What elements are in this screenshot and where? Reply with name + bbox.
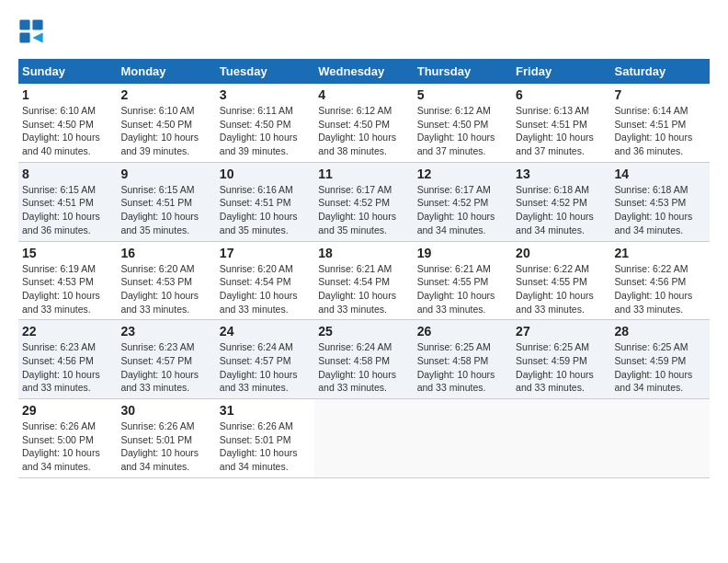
day-number: 13 xyxy=(516,167,607,181)
calendar-cell: 7Sunrise: 6:14 AMSunset: 4:51 PMDaylight… xyxy=(611,84,710,162)
calendar-cell: 31Sunrise: 6:26 AMSunset: 5:01 PMDayligh… xyxy=(216,399,314,478)
day-info: Sunrise: 6:26 AMSunset: 5:01 PMDaylight:… xyxy=(220,419,311,474)
calendar-cell: 10Sunrise: 6:16 AMSunset: 4:51 PMDayligh… xyxy=(216,162,314,241)
day-info: Sunrise: 6:24 AMSunset: 4:58 PMDaylight:… xyxy=(318,340,409,395)
calendar-cell: 11Sunrise: 6:17 AMSunset: 4:52 PMDayligh… xyxy=(314,162,413,241)
day-info: Sunrise: 6:21 AMSunset: 4:55 PMDaylight:… xyxy=(417,262,508,316)
calendar-cell: 26Sunrise: 6:25 AMSunset: 4:58 PMDayligh… xyxy=(414,320,512,399)
calendar-cell: 8Sunrise: 6:15 AMSunset: 4:51 PMDaylight… xyxy=(18,162,117,241)
day-number: 6 xyxy=(516,87,607,102)
day-info: Sunrise: 6:25 AMSunset: 4:59 PMDaylight:… xyxy=(615,340,706,395)
day-number: 24 xyxy=(220,324,311,339)
calendar-cell: 22Sunrise: 6:23 AMSunset: 4:56 PMDayligh… xyxy=(18,320,117,399)
day-info: Sunrise: 6:18 AMSunset: 4:53 PMDaylight:… xyxy=(615,183,706,237)
logo xyxy=(18,18,48,44)
calendar-cell: 21Sunrise: 6:22 AMSunset: 4:56 PMDayligh… xyxy=(611,241,710,320)
day-number: 20 xyxy=(516,246,607,260)
weekday-header-saturday: Saturday xyxy=(611,59,710,84)
day-number: 26 xyxy=(417,324,508,339)
day-info: Sunrise: 6:20 AMSunset: 4:53 PMDaylight:… xyxy=(120,262,211,316)
day-info: Sunrise: 6:25 AMSunset: 4:58 PMDaylight:… xyxy=(417,340,508,395)
day-number: 27 xyxy=(516,324,607,339)
day-number: 3 xyxy=(220,87,311,102)
calendar-cell: 29Sunrise: 6:26 AMSunset: 5:00 PMDayligh… xyxy=(18,399,117,478)
day-info: Sunrise: 6:13 AMSunset: 4:51 PMDaylight:… xyxy=(516,104,607,158)
day-number: 19 xyxy=(417,246,508,260)
day-number: 11 xyxy=(318,167,409,181)
week-row-2: 8Sunrise: 6:15 AMSunset: 4:51 PMDaylight… xyxy=(18,162,710,241)
calendar-cell: 13Sunrise: 6:18 AMSunset: 4:52 PMDayligh… xyxy=(512,162,610,241)
calendar-cell xyxy=(611,399,710,478)
svg-marker-3 xyxy=(32,32,42,42)
calendar-cell: 19Sunrise: 6:21 AMSunset: 4:55 PMDayligh… xyxy=(414,241,512,320)
day-info: Sunrise: 6:20 AMSunset: 4:54 PMDaylight:… xyxy=(220,262,311,316)
day-number: 10 xyxy=(220,167,311,181)
calendar-cell: 1Sunrise: 6:10 AMSunset: 4:50 PMDaylight… xyxy=(18,84,117,162)
day-info: Sunrise: 6:17 AMSunset: 4:52 PMDaylight:… xyxy=(318,183,409,237)
calendar-cell: 23Sunrise: 6:23 AMSunset: 4:57 PMDayligh… xyxy=(117,320,215,399)
calendar-cell xyxy=(314,399,413,478)
weekday-header-friday: Friday xyxy=(512,59,610,84)
day-number: 15 xyxy=(22,246,113,260)
day-info: Sunrise: 6:23 AMSunset: 4:57 PMDaylight:… xyxy=(120,340,211,395)
day-number: 14 xyxy=(615,167,706,181)
day-info: Sunrise: 6:21 AMSunset: 4:54 PMDaylight:… xyxy=(318,262,409,316)
day-info: Sunrise: 6:24 AMSunset: 4:57 PMDaylight:… xyxy=(220,340,311,395)
logo-icon xyxy=(18,18,44,44)
calendar-cell: 28Sunrise: 6:25 AMSunset: 4:59 PMDayligh… xyxy=(611,320,710,399)
day-number: 29 xyxy=(22,403,113,418)
day-number: 31 xyxy=(220,403,311,418)
day-number: 25 xyxy=(318,324,409,339)
weekday-header-sunday: Sunday xyxy=(18,59,117,84)
calendar-cell xyxy=(512,399,610,478)
day-number: 9 xyxy=(120,167,211,181)
calendar-cell: 25Sunrise: 6:24 AMSunset: 4:58 PMDayligh… xyxy=(314,320,413,399)
weekday-header-thursday: Thursday xyxy=(414,59,512,84)
day-number: 5 xyxy=(417,87,508,102)
calendar-cell: 24Sunrise: 6:24 AMSunset: 4:57 PMDayligh… xyxy=(216,320,314,399)
weekday-header-row: SundayMondayTuesdayWednesdayThursdayFrid… xyxy=(18,59,710,84)
calendar-cell xyxy=(414,399,512,478)
calendar-cell: 16Sunrise: 6:20 AMSunset: 4:53 PMDayligh… xyxy=(117,241,215,320)
day-info: Sunrise: 6:25 AMSunset: 4:59 PMDaylight:… xyxy=(516,340,607,395)
week-row-1: 1Sunrise: 6:10 AMSunset: 4:50 PMDaylight… xyxy=(18,84,710,162)
day-info: Sunrise: 6:10 AMSunset: 4:50 PMDaylight:… xyxy=(120,104,211,158)
day-info: Sunrise: 6:26 AMSunset: 5:00 PMDaylight:… xyxy=(22,419,113,474)
day-number: 7 xyxy=(615,87,706,102)
day-number: 18 xyxy=(318,246,409,260)
day-number: 22 xyxy=(22,324,113,339)
svg-rect-2 xyxy=(19,32,29,42)
day-number: 1 xyxy=(22,87,113,102)
day-info: Sunrise: 6:17 AMSunset: 4:52 PMDaylight:… xyxy=(417,183,508,237)
calendar-cell: 6Sunrise: 6:13 AMSunset: 4:51 PMDaylight… xyxy=(512,84,610,162)
day-info: Sunrise: 6:22 AMSunset: 4:55 PMDaylight:… xyxy=(516,262,607,316)
day-number: 23 xyxy=(120,324,211,339)
day-number: 4 xyxy=(318,87,409,102)
day-info: Sunrise: 6:22 AMSunset: 4:56 PMDaylight:… xyxy=(615,262,706,316)
calendar-cell: 15Sunrise: 6:19 AMSunset: 4:53 PMDayligh… xyxy=(18,241,117,320)
calendar-table: SundayMondayTuesdayWednesdayThursdayFrid… xyxy=(18,59,710,478)
weekday-header-wednesday: Wednesday xyxy=(314,59,413,84)
calendar-cell: 2Sunrise: 6:10 AMSunset: 4:50 PMDaylight… xyxy=(117,84,215,162)
week-row-5: 29Sunrise: 6:26 AMSunset: 5:00 PMDayligh… xyxy=(18,399,710,478)
day-number: 30 xyxy=(120,403,211,418)
day-info: Sunrise: 6:19 AMSunset: 4:53 PMDaylight:… xyxy=(22,262,113,316)
day-number: 16 xyxy=(120,246,211,260)
week-row-4: 22Sunrise: 6:23 AMSunset: 4:56 PMDayligh… xyxy=(18,320,710,399)
calendar-cell: 14Sunrise: 6:18 AMSunset: 4:53 PMDayligh… xyxy=(611,162,710,241)
day-info: Sunrise: 6:11 AMSunset: 4:50 PMDaylight:… xyxy=(220,104,311,158)
weekday-header-monday: Monday xyxy=(117,59,215,84)
day-number: 17 xyxy=(220,246,311,260)
calendar-cell: 12Sunrise: 6:17 AMSunset: 4:52 PMDayligh… xyxy=(414,162,512,241)
weekday-header-tuesday: Tuesday xyxy=(216,59,314,84)
day-info: Sunrise: 6:15 AMSunset: 4:51 PMDaylight:… xyxy=(22,183,113,237)
calendar-cell: 4Sunrise: 6:12 AMSunset: 4:50 PMDaylight… xyxy=(314,84,413,162)
day-info: Sunrise: 6:16 AMSunset: 4:51 PMDaylight:… xyxy=(220,183,311,237)
calendar-cell: 9Sunrise: 6:15 AMSunset: 4:51 PMDaylight… xyxy=(117,162,215,241)
calendar-cell: 30Sunrise: 6:26 AMSunset: 5:01 PMDayligh… xyxy=(117,399,215,478)
day-number: 2 xyxy=(120,87,211,102)
calendar-cell: 18Sunrise: 6:21 AMSunset: 4:54 PMDayligh… xyxy=(314,241,413,320)
day-info: Sunrise: 6:10 AMSunset: 4:50 PMDaylight:… xyxy=(22,104,113,158)
day-info: Sunrise: 6:14 AMSunset: 4:51 PMDaylight:… xyxy=(615,104,706,158)
calendar-cell: 3Sunrise: 6:11 AMSunset: 4:50 PMDaylight… xyxy=(216,84,314,162)
